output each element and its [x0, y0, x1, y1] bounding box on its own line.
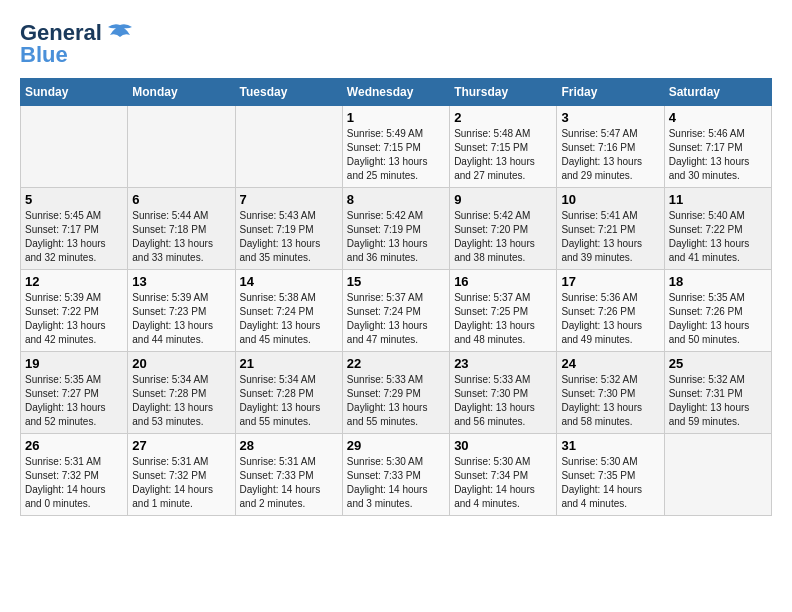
- day-number: 23: [454, 356, 552, 371]
- calendar-cell: 25Sunrise: 5:32 AMSunset: 7:31 PMDayligh…: [664, 352, 771, 434]
- calendar-cell: 28Sunrise: 5:31 AMSunset: 7:33 PMDayligh…: [235, 434, 342, 516]
- calendar-cell: 30Sunrise: 5:30 AMSunset: 7:34 PMDayligh…: [450, 434, 557, 516]
- day-number: 18: [669, 274, 767, 289]
- day-number: 31: [561, 438, 659, 453]
- day-info: Sunrise: 5:31 AMSunset: 7:33 PMDaylight:…: [240, 455, 338, 511]
- calendar-cell: 15Sunrise: 5:37 AMSunset: 7:24 PMDayligh…: [342, 270, 449, 352]
- logo: General Blue: [20, 20, 134, 68]
- day-info: Sunrise: 5:30 AMSunset: 7:33 PMDaylight:…: [347, 455, 445, 511]
- day-number: 28: [240, 438, 338, 453]
- day-info: Sunrise: 5:37 AMSunset: 7:24 PMDaylight:…: [347, 291, 445, 347]
- day-number: 25: [669, 356, 767, 371]
- calendar-cell: 16Sunrise: 5:37 AMSunset: 7:25 PMDayligh…: [450, 270, 557, 352]
- calendar-cell: 7Sunrise: 5:43 AMSunset: 7:19 PMDaylight…: [235, 188, 342, 270]
- day-info: Sunrise: 5:33 AMSunset: 7:30 PMDaylight:…: [454, 373, 552, 429]
- day-info: Sunrise: 5:42 AMSunset: 7:19 PMDaylight:…: [347, 209, 445, 265]
- calendar-cell: 1Sunrise: 5:49 AMSunset: 7:15 PMDaylight…: [342, 106, 449, 188]
- calendar-table: SundayMondayTuesdayWednesdayThursdayFrid…: [20, 78, 772, 516]
- calendar-week-row: 26Sunrise: 5:31 AMSunset: 7:32 PMDayligh…: [21, 434, 772, 516]
- day-number: 10: [561, 192, 659, 207]
- day-number: 6: [132, 192, 230, 207]
- day-info: Sunrise: 5:31 AMSunset: 7:32 PMDaylight:…: [132, 455, 230, 511]
- calendar-cell: [128, 106, 235, 188]
- day-info: Sunrise: 5:34 AMSunset: 7:28 PMDaylight:…: [132, 373, 230, 429]
- calendar-cell: 4Sunrise: 5:46 AMSunset: 7:17 PMDaylight…: [664, 106, 771, 188]
- day-info: Sunrise: 5:47 AMSunset: 7:16 PMDaylight:…: [561, 127, 659, 183]
- day-info: Sunrise: 5:36 AMSunset: 7:26 PMDaylight:…: [561, 291, 659, 347]
- calendar-header-monday: Monday: [128, 79, 235, 106]
- calendar-cell: 9Sunrise: 5:42 AMSunset: 7:20 PMDaylight…: [450, 188, 557, 270]
- calendar-header-friday: Friday: [557, 79, 664, 106]
- calendar-header-wednesday: Wednesday: [342, 79, 449, 106]
- calendar-header-saturday: Saturday: [664, 79, 771, 106]
- calendar-cell: 14Sunrise: 5:38 AMSunset: 7:24 PMDayligh…: [235, 270, 342, 352]
- day-info: Sunrise: 5:34 AMSunset: 7:28 PMDaylight:…: [240, 373, 338, 429]
- calendar-cell: 17Sunrise: 5:36 AMSunset: 7:26 PMDayligh…: [557, 270, 664, 352]
- calendar-week-row: 19Sunrise: 5:35 AMSunset: 7:27 PMDayligh…: [21, 352, 772, 434]
- day-number: 14: [240, 274, 338, 289]
- day-number: 12: [25, 274, 123, 289]
- day-info: Sunrise: 5:31 AMSunset: 7:32 PMDaylight:…: [25, 455, 123, 511]
- calendar-cell: 19Sunrise: 5:35 AMSunset: 7:27 PMDayligh…: [21, 352, 128, 434]
- day-info: Sunrise: 5:32 AMSunset: 7:30 PMDaylight:…: [561, 373, 659, 429]
- calendar-cell: [664, 434, 771, 516]
- day-number: 7: [240, 192, 338, 207]
- day-info: Sunrise: 5:44 AMSunset: 7:18 PMDaylight:…: [132, 209, 230, 265]
- logo-blue: Blue: [20, 42, 68, 68]
- day-number: 8: [347, 192, 445, 207]
- day-number: 26: [25, 438, 123, 453]
- day-info: Sunrise: 5:38 AMSunset: 7:24 PMDaylight:…: [240, 291, 338, 347]
- day-number: 3: [561, 110, 659, 125]
- day-number: 5: [25, 192, 123, 207]
- calendar-cell: 29Sunrise: 5:30 AMSunset: 7:33 PMDayligh…: [342, 434, 449, 516]
- day-info: Sunrise: 5:35 AMSunset: 7:27 PMDaylight:…: [25, 373, 123, 429]
- day-number: 30: [454, 438, 552, 453]
- calendar-header-thursday: Thursday: [450, 79, 557, 106]
- calendar-cell: 20Sunrise: 5:34 AMSunset: 7:28 PMDayligh…: [128, 352, 235, 434]
- day-number: 11: [669, 192, 767, 207]
- calendar-week-row: 5Sunrise: 5:45 AMSunset: 7:17 PMDaylight…: [21, 188, 772, 270]
- day-info: Sunrise: 5:39 AMSunset: 7:22 PMDaylight:…: [25, 291, 123, 347]
- calendar-cell: 27Sunrise: 5:31 AMSunset: 7:32 PMDayligh…: [128, 434, 235, 516]
- calendar-cell: 13Sunrise: 5:39 AMSunset: 7:23 PMDayligh…: [128, 270, 235, 352]
- calendar-cell: 2Sunrise: 5:48 AMSunset: 7:15 PMDaylight…: [450, 106, 557, 188]
- calendar-cell: [235, 106, 342, 188]
- calendar-cell: 3Sunrise: 5:47 AMSunset: 7:16 PMDaylight…: [557, 106, 664, 188]
- day-number: 4: [669, 110, 767, 125]
- calendar-cell: 31Sunrise: 5:30 AMSunset: 7:35 PMDayligh…: [557, 434, 664, 516]
- calendar-cell: 11Sunrise: 5:40 AMSunset: 7:22 PMDayligh…: [664, 188, 771, 270]
- day-info: Sunrise: 5:45 AMSunset: 7:17 PMDaylight:…: [25, 209, 123, 265]
- day-info: Sunrise: 5:43 AMSunset: 7:19 PMDaylight:…: [240, 209, 338, 265]
- day-info: Sunrise: 5:30 AMSunset: 7:34 PMDaylight:…: [454, 455, 552, 511]
- calendar-week-row: 1Sunrise: 5:49 AMSunset: 7:15 PMDaylight…: [21, 106, 772, 188]
- day-info: Sunrise: 5:46 AMSunset: 7:17 PMDaylight:…: [669, 127, 767, 183]
- calendar-cell: 5Sunrise: 5:45 AMSunset: 7:17 PMDaylight…: [21, 188, 128, 270]
- day-info: Sunrise: 5:42 AMSunset: 7:20 PMDaylight:…: [454, 209, 552, 265]
- day-number: 21: [240, 356, 338, 371]
- logo-bird-icon: [106, 23, 134, 43]
- day-number: 20: [132, 356, 230, 371]
- day-number: 1: [347, 110, 445, 125]
- calendar-cell: 22Sunrise: 5:33 AMSunset: 7:29 PMDayligh…: [342, 352, 449, 434]
- calendar-cell: 12Sunrise: 5:39 AMSunset: 7:22 PMDayligh…: [21, 270, 128, 352]
- calendar-cell: 6Sunrise: 5:44 AMSunset: 7:18 PMDaylight…: [128, 188, 235, 270]
- calendar-cell: 10Sunrise: 5:41 AMSunset: 7:21 PMDayligh…: [557, 188, 664, 270]
- day-number: 22: [347, 356, 445, 371]
- day-info: Sunrise: 5:39 AMSunset: 7:23 PMDaylight:…: [132, 291, 230, 347]
- day-number: 2: [454, 110, 552, 125]
- calendar-header-row: SundayMondayTuesdayWednesdayThursdayFrid…: [21, 79, 772, 106]
- day-info: Sunrise: 5:48 AMSunset: 7:15 PMDaylight:…: [454, 127, 552, 183]
- day-number: 27: [132, 438, 230, 453]
- calendar-header-tuesday: Tuesday: [235, 79, 342, 106]
- calendar-cell: 18Sunrise: 5:35 AMSunset: 7:26 PMDayligh…: [664, 270, 771, 352]
- day-info: Sunrise: 5:37 AMSunset: 7:25 PMDaylight:…: [454, 291, 552, 347]
- day-info: Sunrise: 5:33 AMSunset: 7:29 PMDaylight:…: [347, 373, 445, 429]
- calendar-header-sunday: Sunday: [21, 79, 128, 106]
- day-number: 19: [25, 356, 123, 371]
- day-info: Sunrise: 5:35 AMSunset: 7:26 PMDaylight:…: [669, 291, 767, 347]
- day-number: 13: [132, 274, 230, 289]
- calendar-week-row: 12Sunrise: 5:39 AMSunset: 7:22 PMDayligh…: [21, 270, 772, 352]
- day-info: Sunrise: 5:40 AMSunset: 7:22 PMDaylight:…: [669, 209, 767, 265]
- day-info: Sunrise: 5:41 AMSunset: 7:21 PMDaylight:…: [561, 209, 659, 265]
- day-number: 15: [347, 274, 445, 289]
